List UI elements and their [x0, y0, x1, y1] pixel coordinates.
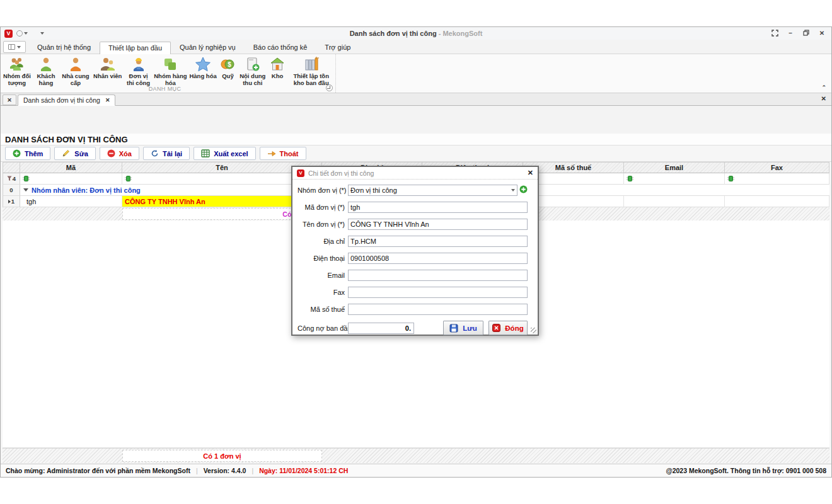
dialog-close-button[interactable]: ✕: [528, 169, 533, 177]
opening-balance-field[interactable]: [348, 323, 414, 334]
ribbon-item-label: Đơn vị thi công: [125, 73, 153, 86]
dialog-resize-grip[interactable]: [531, 328, 536, 333]
edit-button[interactable]: Sửa: [54, 147, 95, 160]
group-dialog-launcher-button[interactable]: [326, 84, 333, 91]
unit-code-field[interactable]: [348, 202, 528, 213]
chevron-down-icon[interactable]: [511, 189, 515, 192]
action-toolbar: Thêm Sửa Xóa Tải lại Xuất excel: [1, 146, 831, 162]
column-header-ma[interactable]: Mã: [20, 162, 122, 173]
group-collapse-icon[interactable]: [23, 188, 28, 192]
reload-button[interactable]: Tải lại: [143, 147, 190, 160]
tab-close-icon[interactable]: ✕: [105, 97, 110, 103]
tax-code-field[interactable]: [348, 304, 528, 315]
construction-unit-icon: [132, 56, 146, 72]
status-separator: |: [251, 467, 253, 474]
add-unit-group-button[interactable]: [519, 185, 528, 196]
grid-total-summary-row: Có 1 đơn vị: [3, 448, 829, 463]
data-row-indicator: 1: [3, 196, 20, 207]
fund-icon: $: [220, 56, 235, 72]
ribbon-item-noi-dung-thu-chi[interactable]: Nội dung thu chi: [238, 55, 268, 87]
close-red-icon: [492, 324, 500, 332]
app-logo-icon[interactable]: V: [4, 30, 13, 38]
fullscreen-button[interactable]: [770, 28, 779, 37]
add-button-label: Thêm: [25, 150, 43, 158]
ribbon-item-hang-hoa[interactable]: Hàng hóa: [188, 55, 218, 81]
document-tab-active[interactable]: Danh sách đơn vị thi công ✕: [18, 94, 115, 106]
ribbon-item-label: Quỹ: [222, 73, 233, 80]
cell-ma[interactable]: tgh: [20, 196, 122, 207]
ribbon-item-label: Hàng hóa: [189, 73, 216, 80]
column-header-fax[interactable]: Fax: [725, 162, 829, 173]
ribbon-item-label: Kho: [272, 73, 283, 80]
ribbon-tab-quan-tri-he-thong[interactable]: Quản trị hệ thống: [28, 41, 100, 54]
close-button[interactable]: ✕: [818, 28, 826, 37]
ribbon-item-quy[interactable]: $ Quỹ: [218, 55, 238, 81]
ribbon-item-label: Nội dung thu chi: [238, 73, 267, 86]
ribbon-item-thiet-lap-ton-kho[interactable]: Thiết lập tồn kho ban đầu: [287, 55, 335, 87]
restore-button[interactable]: [802, 28, 811, 37]
exit-icon: [267, 150, 276, 158]
ribbon-collapse-button[interactable]: ⌃: [821, 84, 826, 91]
save-button[interactable]: Lưu: [443, 321, 483, 335]
ribbon-item-nhom-hang-hoa[interactable]: Nhóm hàng hóa: [153, 55, 188, 87]
field-label: Mã đơn vị (*): [298, 203, 348, 211]
filter-cell-fax[interactable]: [725, 173, 829, 185]
window-layout-button[interactable]: [3, 41, 26, 53]
exit-button-label: Thoát: [280, 150, 299, 158]
window-title-main: Danh sách đơn vị thi công: [350, 30, 437, 37]
qat-customize-icon[interactable]: [40, 32, 44, 35]
exit-button[interactable]: Thoát: [260, 147, 306, 160]
add-button[interactable]: Thêm: [5, 147, 50, 160]
unit-group-combobox[interactable]: Đơn vị thi công: [348, 185, 517, 196]
close-dialog-button[interactable]: Đóng: [488, 321, 528, 335]
status-date: Ngày: 11/01/2024 5:01:12 CH: [259, 467, 348, 474]
ribbon-group-danh-muc: Nhóm đối tượng Khách hàng Nhà cung cấp: [1, 54, 336, 93]
close-all-tabs-button[interactable]: ✕: [3, 94, 16, 105]
group-objects-icon: [9, 56, 25, 72]
status-separator: |: [196, 467, 198, 474]
ribbon-tab-quan-ly-nghiep-vu[interactable]: Quản lý nghiệp vụ: [171, 41, 245, 54]
export-excel-button[interactable]: Xuất excel: [194, 147, 255, 160]
unit-name-field[interactable]: [348, 219, 528, 230]
close-document-button[interactable]: ✕: [821, 95, 826, 102]
field-row-dien-thoai: Điện thoại: [298, 253, 528, 264]
edit-button-label: Sửa: [74, 150, 88, 158]
fax-field[interactable]: [348, 287, 528, 298]
ribbon-item-khach-hang[interactable]: Khách hàng: [32, 55, 60, 87]
email-field[interactable]: [348, 270, 528, 281]
filter-row-indicator: 4: [3, 173, 20, 185]
save-icon: [449, 324, 458, 333]
ribbon-tab-thiet-lap-ban-dau[interactable]: Thiết lập ban đầu: [100, 42, 171, 54]
total-summary: Có 1 đơn vị: [122, 450, 322, 462]
ribbon-item-kho[interactable]: Kho: [268, 55, 287, 81]
quick-access-toolbar: V: [1, 30, 44, 38]
ribbon-group-label: DANH MỤC: [1, 86, 329, 92]
ribbon-item-nhom-doi-tuong[interactable]: Nhóm đối tượng: [2, 55, 32, 87]
field-label: Điện thoại: [298, 255, 348, 262]
ribbon-item-label: Nhân viên: [93, 73, 122, 80]
address-field[interactable]: [348, 236, 528, 247]
qat-toggle-button[interactable]: [16, 30, 28, 37]
initial-stock-icon: [303, 56, 320, 72]
page-title: DANH SÁCH ĐƠN VỊ THI CÔNG: [1, 134, 831, 146]
phone-field[interactable]: [348, 253, 528, 264]
goods-group-icon: [163, 56, 178, 72]
ribbon-item-nhan-vien[interactable]: Nhân viên: [91, 55, 124, 81]
ribbon-tab-bao-cao-thong-ke[interactable]: Báo cáo thống kê: [245, 41, 316, 54]
filter-edit-icon: [125, 175, 132, 182]
cell-fax[interactable]: [725, 196, 829, 207]
ribbon-tab-tro-giup[interactable]: Trợ giúp: [316, 41, 359, 54]
dialog-title-bar[interactable]: V Chi tiết đơn vị thi công ✕: [292, 167, 538, 180]
cell-email[interactable]: [624, 196, 725, 207]
column-header-email[interactable]: Email: [624, 162, 725, 173]
ribbon-item-don-vi-thi-cong[interactable]: Đơn vị thi công: [124, 55, 153, 87]
filter-cell-email[interactable]: [624, 173, 725, 185]
group-row-label: Nhóm nhân viên: Đơn vị thi công: [32, 186, 141, 194]
delete-button[interactable]: Xóa: [100, 147, 139, 160]
ribbon-item-label: Nhóm đối tượng: [3, 73, 32, 86]
ribbon-item-nha-cung-cap[interactable]: Nhà cung cấp: [60, 55, 91, 87]
minimize-button[interactable]: –: [786, 28, 795, 37]
field-label: Fax: [298, 289, 348, 296]
filter-cell-ma[interactable]: [20, 173, 122, 185]
export-excel-button-label: Xuất excel: [214, 150, 248, 158]
